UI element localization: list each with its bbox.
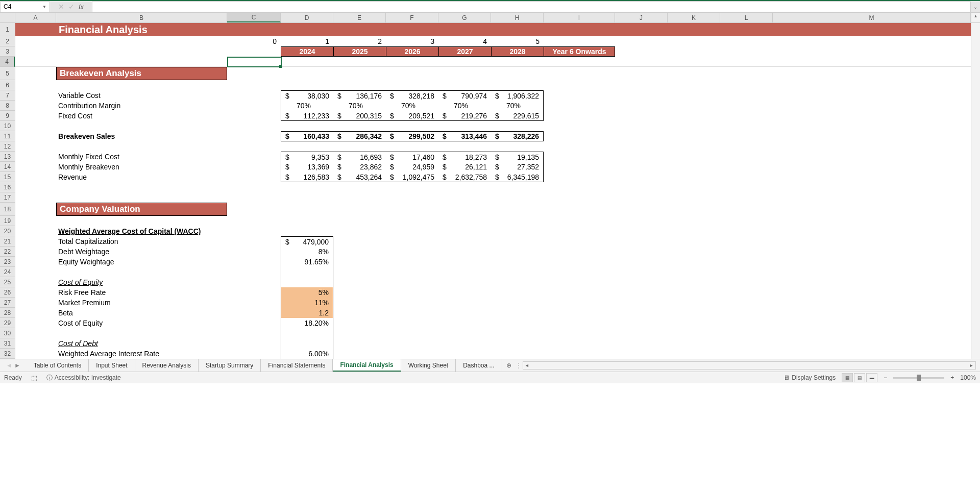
row-header-9[interactable]: 9 — [0, 111, 15, 121]
mfc-2028[interactable]: $19,135 — [491, 152, 544, 162]
label-revenue[interactable]: Revenue — [56, 172, 227, 182]
label-total-cap[interactable]: Total Capitalization — [56, 236, 227, 247]
horizontal-scrollbar[interactable]: ◄ ► — [523, 361, 976, 370]
accessibility-status[interactable]: ⓘAccessibility: Investigate — [46, 374, 121, 382]
wair-value[interactable]: 6.00% — [281, 349, 333, 359]
row-header-28[interactable]: 28 — [0, 308, 15, 318]
mbe-2025[interactable]: $23,862 — [333, 162, 386, 172]
row-header-4[interactable]: 4 — [0, 57, 15, 67]
row-header-16[interactable]: 16 — [0, 182, 15, 192]
col-header-J[interactable]: J — [615, 13, 668, 22]
market-premium-value[interactable]: 11% — [281, 298, 333, 308]
debt-weightage-value[interactable]: 8% — [281, 247, 333, 257]
cm-2028[interactable]: 70% — [491, 101, 544, 111]
col-header-D[interactable]: D — [281, 13, 333, 22]
label-cost-of-debt[interactable]: Cost of Debt — [56, 338, 227, 349]
label-monthly-fixed[interactable]: Monthly Fixed Cost — [56, 152, 227, 162]
col-header-C[interactable]: C — [227, 13, 281, 22]
varcost-2026[interactable]: $328,218 — [386, 90, 438, 101]
fc-2024[interactable]: $112,233 — [281, 111, 333, 121]
cells-area[interactable]: Financial Analysis 0 1 2 3 4 5 2024 2025… — [15, 23, 971, 359]
varcost-2027[interactable]: $790,974 — [438, 90, 491, 101]
row-header-18[interactable]: 18 — [0, 203, 15, 216]
row-header-14[interactable]: 14 — [0, 162, 15, 172]
scenario-5[interactable]: 5 — [491, 36, 544, 46]
row-header-21[interactable]: 21 — [0, 236, 15, 247]
formula-expand-icon[interactable]: ⌄ — [971, 4, 980, 10]
col-header-M[interactable]: M — [773, 13, 971, 22]
year-2024[interactable]: 2024 — [281, 46, 333, 57]
mbe-2024[interactable]: $13,369 — [281, 162, 333, 172]
scroll-left-icon[interactable]: ◄ — [523, 363, 531, 368]
row-header-15[interactable]: 15 — [0, 172, 15, 182]
total-cap-value[interactable]: $479,000 — [281, 236, 333, 247]
year-2025[interactable]: 2025 — [333, 46, 386, 57]
row-header-17[interactable]: 17 — [0, 192, 15, 203]
row-header-11[interactable]: 11 — [0, 131, 15, 141]
be-2024[interactable]: $160,433 — [281, 131, 333, 141]
section-valuation[interactable]: Company Valuation — [56, 203, 227, 216]
row-header-5[interactable]: 5 — [0, 67, 15, 80]
fc-2026[interactable]: $209,521 — [386, 111, 438, 121]
label-debt-weightage[interactable]: Debt Weightage — [56, 247, 227, 257]
section-breakeven[interactable]: Breakeven Analysis — [56, 67, 227, 80]
row-header-7[interactable]: 7 — [0, 90, 15, 101]
row-header-26[interactable]: 26 — [0, 287, 15, 298]
scenario-3[interactable]: 3 — [386, 36, 438, 46]
cm-2026[interactable]: 70% — [386, 101, 438, 111]
row-header-1[interactable]: 1 — [0, 23, 15, 36]
formula-input[interactable] — [92, 2, 971, 12]
col-header-B[interactable]: B — [56, 13, 227, 22]
zoom-slider[interactable] — [893, 377, 944, 379]
row-header-24[interactable]: 24 — [0, 267, 15, 277]
year-2026[interactable]: 2026 — [386, 46, 438, 57]
scroll-up-icon[interactable]: ▲ — [971, 13, 980, 19]
select-all-corner[interactable] — [0, 13, 15, 22]
tab-financial-statements[interactable]: Financial Statements — [261, 359, 333, 372]
tab-dashboard[interactable]: Dashboa ... — [456, 359, 502, 372]
row-header-20[interactable]: 20 — [0, 226, 15, 236]
label-risk-free-rate[interactable]: Risk Free Rate — [56, 287, 227, 298]
vertical-scrollbar[interactable] — [971, 23, 980, 359]
display-settings-button[interactable]: 🖥Display Settings — [783, 374, 836, 381]
label-wacc[interactable]: Weighted Average Cost of Capital (WACC) — [56, 226, 227, 236]
scroll-right-icon[interactable]: ► — [967, 363, 975, 368]
row-header-6[interactable]: 6 — [0, 80, 15, 90]
label-fixed-cost[interactable]: Fixed Cost — [56, 111, 227, 121]
view-page-layout-icon[interactable]: ▤ — [854, 373, 865, 382]
rev-2025[interactable]: $453,264 — [333, 172, 386, 182]
be-2027[interactable]: $313,446 — [438, 131, 491, 141]
tab-prev-icon[interactable]: ◄ — [6, 362, 12, 369]
varcost-2024[interactable]: $38,030 — [281, 90, 333, 101]
row-header-32[interactable]: 32 — [0, 349, 15, 359]
scenario-4[interactable]: 4 — [438, 36, 491, 46]
scenario-2[interactable]: 2 — [333, 36, 386, 46]
be-2025[interactable]: $286,342 — [333, 131, 386, 141]
row-header-25[interactable]: 25 — [0, 277, 15, 287]
row-header-27[interactable]: 27 — [0, 298, 15, 308]
label-cost-of-equity[interactable]: Cost of Equity — [56, 318, 227, 328]
be-2028[interactable]: $328,226 — [491, 131, 544, 141]
mbe-2027[interactable]: $26,121 — [438, 162, 491, 172]
year-2028[interactable]: 2028 — [491, 46, 544, 57]
year-2027[interactable]: 2027 — [438, 46, 491, 57]
label-market-premium[interactable]: Market Premium — [56, 298, 227, 308]
col-header-H[interactable]: H — [491, 13, 544, 22]
rev-2024[interactable]: $126,583 — [281, 172, 333, 182]
label-beta[interactable]: Beta — [56, 308, 227, 318]
tab-next-icon[interactable]: ► — [14, 362, 20, 369]
cm-2025[interactable]: 70% — [333, 101, 386, 111]
varcost-2028[interactable]: $1,906,322 — [491, 90, 544, 101]
name-box[interactable]: C4 ▼ — [0, 2, 50, 12]
col-header-A[interactable]: A — [15, 13, 56, 22]
equity-weightage-value[interactable]: 91.65% — [281, 257, 333, 267]
col-header-K[interactable]: K — [668, 13, 720, 22]
fc-2028[interactable]: $229,615 — [491, 111, 544, 121]
be-2026[interactable]: $299,502 — [386, 131, 438, 141]
zoom-in-button[interactable]: + — [950, 374, 954, 381]
row-header-10[interactable]: 10 — [0, 121, 15, 131]
scenario-1[interactable]: 1 — [281, 36, 333, 46]
row-header-2[interactable]: 2 — [0, 36, 15, 46]
zoom-out-button[interactable]: − — [884, 374, 887, 381]
view-page-break-icon[interactable]: ▬ — [866, 373, 877, 382]
